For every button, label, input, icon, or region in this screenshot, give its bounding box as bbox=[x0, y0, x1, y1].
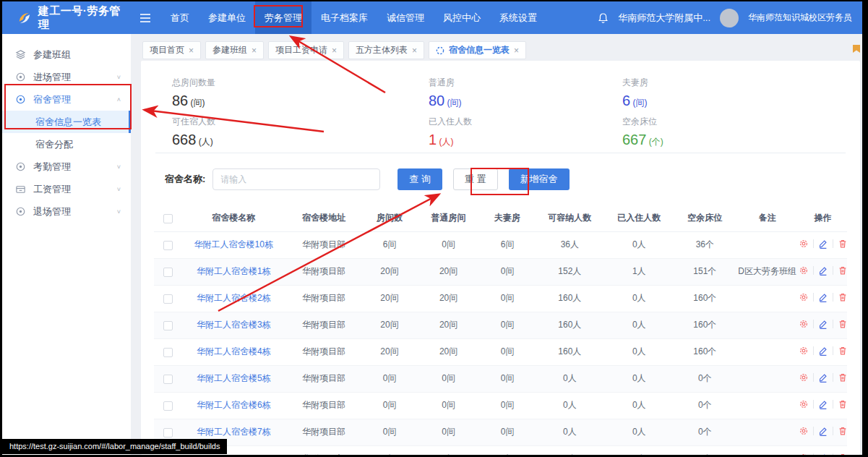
edit-icon[interactable] bbox=[818, 372, 828, 383]
select-all-checkbox[interactable] bbox=[163, 214, 173, 223]
tab-参建班组[interactable]: 参建班组× bbox=[205, 41, 264, 59]
gear-icon[interactable] bbox=[799, 426, 809, 436]
row-actions bbox=[799, 319, 847, 329]
delete-icon[interactable] bbox=[838, 265, 847, 276]
tab-close-icon[interactable]: × bbox=[252, 46, 257, 56]
tab-close-icon[interactable]: × bbox=[514, 46, 519, 56]
edit-icon[interactable] bbox=[818, 292, 828, 302]
dorm-name-input[interactable] bbox=[212, 168, 380, 190]
sidebar-item-4[interactable]: 考勤管理˅ bbox=[2, 155, 131, 178]
user-name[interactable]: 华南师范知识城校区劳务员 bbox=[748, 12, 852, 24]
gear-icon[interactable] bbox=[799, 239, 809, 249]
free-beds-cell: 151个 bbox=[674, 258, 736, 285]
room-count-cell: 0间 bbox=[362, 419, 418, 445]
tab-close-icon[interactable]: × bbox=[332, 46, 337, 56]
tab-项目首页[interactable]: 项目首页× bbox=[142, 41, 201, 59]
nav-item-1[interactable]: 首页 bbox=[161, 1, 199, 34]
free-beds-cell: 160个 bbox=[674, 312, 736, 338]
couple-room-cell: 0间 bbox=[480, 285, 536, 312]
delete-icon[interactable] bbox=[838, 372, 847, 383]
row-checkbox[interactable] bbox=[163, 375, 173, 384]
normal-room-cell: 0间 bbox=[417, 365, 479, 392]
dorm-name-link[interactable]: 华附工人宿舍楼6栋 bbox=[181, 392, 285, 419]
nav-item-2[interactable]: 参建单位 bbox=[199, 1, 255, 34]
tab-项目工资申请[interactable]: 项目工资申请× bbox=[268, 41, 344, 59]
stat-bottom-value: 1 (人) bbox=[429, 132, 472, 148]
row-actions bbox=[799, 426, 847, 436]
reset-button[interactable]: 重 置 bbox=[453, 168, 498, 190]
edit-icon[interactable] bbox=[818, 346, 828, 356]
tab-五方主体列表[interactable]: 五方主体列表× bbox=[348, 41, 424, 59]
stat-top-value: 6 (间) bbox=[622, 93, 663, 109]
sidebar-item-2[interactable]: 进场管理˅ bbox=[2, 66, 131, 88]
stat-top-value: 86 (间) bbox=[172, 93, 215, 109]
edit-icon[interactable] bbox=[818, 265, 828, 276]
stat-unit: (个) bbox=[646, 137, 663, 147]
sidebar-item-3[interactable]: 宿舍管理˄ bbox=[2, 88, 131, 111]
stat-number: 86 bbox=[172, 93, 188, 108]
sidebar-item-5[interactable]: 工资管理˅ bbox=[2, 178, 131, 200]
gear-icon[interactable] bbox=[799, 453, 809, 455]
dormitory-list-panel: 总房间数量86 (间)可住宿人数668 (人)普通房80 (间)已入住人数1 (… bbox=[141, 61, 860, 455]
row-checkbox[interactable] bbox=[163, 321, 173, 330]
action-separator bbox=[813, 427, 814, 435]
gear-icon[interactable] bbox=[799, 346, 809, 356]
add-dormitory-button[interactable]: 新增宿舍 bbox=[509, 168, 570, 190]
edit-icon[interactable] bbox=[818, 453, 828, 455]
dorm-name-link[interactable]: 华附工人宿舍楼3栋 bbox=[181, 312, 285, 338]
occupied-cell: 0人 bbox=[604, 419, 674, 445]
nav-item-3[interactable]: 劳务管理 bbox=[255, 1, 311, 34]
row-checkbox[interactable] bbox=[163, 401, 173, 411]
chevron-down-icon: ˅ bbox=[117, 208, 121, 215]
room-count-cell: 20间 bbox=[362, 338, 418, 365]
sidebar-subitem-宿舍分配[interactable]: 宿舍分配 bbox=[2, 133, 131, 155]
gear-icon[interactable] bbox=[799, 265, 809, 276]
sidebar-item-label: 进场管理 bbox=[33, 71, 71, 84]
edit-icon[interactable] bbox=[818, 319, 828, 329]
tab-close-icon[interactable]: × bbox=[189, 46, 194, 56]
query-button[interactable]: 查 询 bbox=[398, 168, 442, 190]
edit-icon[interactable] bbox=[818, 239, 828, 249]
nav-item-6[interactable]: 风控中心 bbox=[434, 1, 490, 34]
tab-宿舍信息一览表[interactable]: 宿舍信息一览表× bbox=[429, 41, 526, 59]
delete-icon[interactable] bbox=[838, 346, 847, 356]
row-checkbox[interactable] bbox=[163, 348, 173, 357]
chevron-down-icon: ˅ bbox=[117, 186, 121, 193]
delete-icon[interactable] bbox=[838, 239, 847, 249]
sidebar-item-1[interactable]: 参建班组 bbox=[2, 43, 131, 66]
hamburger-menu-icon[interactable] bbox=[131, 1, 161, 34]
bookmark-icon[interactable] bbox=[852, 43, 861, 56]
nav-item-4[interactable]: 电子档案库 bbox=[311, 1, 377, 34]
row-checkbox-cell bbox=[154, 285, 181, 312]
gear-icon[interactable] bbox=[799, 319, 809, 329]
dorm-name-link[interactable]: 华附工人宿舍楼1栋 bbox=[181, 258, 285, 285]
stat-number: 1 bbox=[429, 132, 437, 148]
table-row: 华附工人宿舍楼6栋华附项目部0间0间0间0人0人0个 bbox=[154, 392, 847, 419]
dorm-name-link[interactable]: 华附工人宿舍楼4栋 bbox=[181, 338, 285, 365]
gear-icon[interactable] bbox=[799, 399, 809, 409]
row-checkbox[interactable] bbox=[163, 241, 173, 250]
sidebar-subitem-宿舍信息一览表[interactable]: 宿舍信息一览表 bbox=[2, 111, 131, 133]
user-avatar[interactable] bbox=[720, 9, 739, 27]
delete-icon[interactable] bbox=[838, 399, 847, 409]
delete-icon[interactable] bbox=[838, 453, 847, 455]
edit-icon[interactable] bbox=[818, 399, 828, 409]
gear-icon[interactable] bbox=[799, 292, 809, 302]
dorm-name-link[interactable]: 华附工人宿舍楼5栋 bbox=[181, 365, 285, 392]
delete-icon[interactable] bbox=[838, 319, 847, 329]
edit-icon[interactable] bbox=[818, 426, 828, 436]
row-checkbox[interactable] bbox=[163, 268, 173, 277]
delete-icon[interactable] bbox=[838, 426, 847, 436]
row-checkbox[interactable] bbox=[163, 428, 173, 437]
bell-icon[interactable] bbox=[598, 12, 609, 24]
row-checkbox[interactable] bbox=[163, 294, 173, 304]
delete-icon[interactable] bbox=[838, 292, 847, 302]
sidebar-item-6[interactable]: 退场管理˅ bbox=[2, 200, 131, 223]
nav-item-7[interactable]: 系统设置 bbox=[490, 1, 546, 34]
dorm-name-link[interactable]: 华附工人宿舍楼2栋 bbox=[181, 285, 285, 312]
nav-item-5[interactable]: 诚信管理 bbox=[377, 1, 434, 34]
dorm-name-link[interactable]: 华附工人宿舍楼10栋 bbox=[181, 231, 285, 258]
project-name[interactable]: 华南师范大学附属中... bbox=[618, 12, 710, 25]
tab-close-icon[interactable]: × bbox=[412, 46, 417, 56]
gear-icon[interactable] bbox=[799, 372, 809, 383]
